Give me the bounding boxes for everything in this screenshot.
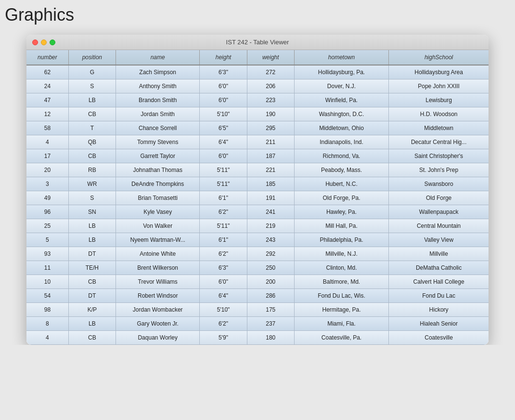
cell-position: S — [68, 191, 116, 205]
table-row: 3WRDeAndre Thompkins5'11"185Hubert, N.C.… — [26, 177, 489, 191]
cell-weight: 292 — [247, 247, 294, 261]
cell-height: 5'11" — [200, 163, 247, 177]
table-row: 20RBJohnathan Thomas5'11"221Peabody, Mas… — [26, 163, 489, 177]
table-row: 8LBGary Wooten Jr.6'2"237Miami, Fla.Hial… — [26, 317, 489, 331]
table-body: 62GZach Simpson6'3"272Hollidaysburg, Pa.… — [26, 65, 489, 345]
table-row: 5LBNyeem Wartman-W...6'1"243Philadelphia… — [26, 233, 489, 247]
cell-highSchool: Middletown — [389, 121, 489, 135]
cell-number: 98 — [26, 303, 68, 317]
cell-number: 24 — [26, 79, 68, 93]
cell-hometown: Baltimore, Md. — [294, 275, 388, 289]
cell-height: 6'2" — [200, 205, 247, 219]
cell-highSchool: Calvert Hall College — [389, 275, 489, 289]
table-container[interactable]: number position name height weight homet… — [26, 50, 489, 345]
cell-name: Tommy Stevens — [116, 135, 200, 149]
cell-height: 6'4" — [200, 289, 247, 303]
cell-position: DT — [68, 247, 116, 261]
cell-weight: 237 — [247, 317, 294, 331]
cell-height: 6'2" — [200, 317, 247, 331]
cell-highSchool: DeMatha Catholic — [389, 261, 489, 275]
cell-weight: 219 — [247, 219, 294, 233]
cell-weight: 180 — [247, 331, 294, 345]
cell-position: DT — [68, 289, 116, 303]
cell-hometown: Fond Du Lac, Wis. — [294, 289, 388, 303]
header-highschool: highSchool — [389, 50, 489, 65]
cell-name: DeAndre Thompkins — [116, 177, 200, 191]
cell-position: RB — [68, 163, 116, 177]
cell-weight: 206 — [247, 79, 294, 93]
cell-number: 10 — [26, 275, 68, 289]
cell-weight: 211 — [247, 135, 294, 149]
cell-name: Robert Windsor — [116, 289, 200, 303]
table-row: 58TChance Sorrell6'5"295Middletown, Ohio… — [26, 121, 489, 135]
cell-hometown: Coatesville, Pa. — [294, 331, 388, 345]
cell-height: 6'1" — [200, 233, 247, 247]
cell-hometown: Mill Hall, Pa. — [294, 219, 388, 233]
table-row: 93DTAntoine White6'2"292Millville, N.J.M… — [26, 247, 489, 261]
cell-position: TE/H — [68, 261, 116, 275]
table-row: 4QBTommy Stevens6'4"211Indianapolis, Ind… — [26, 135, 489, 149]
maximize-button[interactable] — [50, 39, 55, 45]
cell-position: CB — [68, 149, 116, 163]
table-header-row: number position name height weight homet… — [26, 50, 489, 65]
minimize-button[interactable] — [41, 39, 47, 45]
cell-highSchool: Wallenpaupack — [389, 205, 489, 219]
cell-number: 49 — [26, 191, 68, 205]
cell-highSchool: Hickory — [389, 303, 489, 317]
cell-weight: 295 — [247, 121, 294, 135]
cell-name: Brent Wilkerson — [116, 261, 200, 275]
cell-highSchool: St. John's Prep — [389, 163, 489, 177]
cell-weight: 190 — [247, 107, 294, 121]
header-hometown: hometown — [294, 50, 388, 65]
cell-hometown: Hubert, N.C. — [294, 177, 388, 191]
cell-position: LB — [68, 93, 116, 107]
table-row: 11TE/HBrent Wilkerson6'3"250Clinton, Md.… — [26, 261, 489, 275]
cell-highSchool: Decatur Central Hig... — [389, 135, 489, 149]
cell-name: Johnathan Thomas — [116, 163, 200, 177]
cell-number: 20 — [26, 163, 68, 177]
cell-highSchool: Valley View — [389, 233, 489, 247]
cell-height: 6'4" — [200, 135, 247, 149]
cell-height: 5'10" — [200, 107, 247, 121]
cell-weight: 223 — [247, 93, 294, 107]
data-table: number position name height weight homet… — [26, 50, 489, 345]
cell-number: 8 — [26, 317, 68, 331]
traffic-lights — [32, 39, 55, 45]
cell-name: Kyle Vasey — [116, 205, 200, 219]
cell-hometown: Philadelphia, Pa. — [294, 233, 388, 247]
table-row: 62GZach Simpson6'3"272Hollidaysburg, Pa.… — [26, 65, 489, 79]
cell-hometown: Hermitage, Pa. — [294, 303, 388, 317]
cell-hometown: Millville, N.J. — [294, 247, 388, 261]
cell-position: SN — [68, 205, 116, 219]
cell-height: 6'3" — [200, 65, 247, 79]
application-window: IST 242 - Table Viewer number position n… — [26, 35, 489, 345]
table-row: 54DTRobert Windsor6'4"286Fond Du Lac, Wi… — [26, 289, 489, 303]
cell-name: Jordan Wombacker — [116, 303, 200, 317]
close-button[interactable] — [32, 39, 38, 45]
cell-number: 5 — [26, 233, 68, 247]
cell-name: Gary Wooten Jr. — [116, 317, 200, 331]
header-number: number — [26, 50, 68, 65]
cell-name: Zach Simpson — [116, 65, 200, 79]
cell-name: Von Walker — [116, 219, 200, 233]
cell-weight: 185 — [247, 177, 294, 191]
cell-hometown: Middletown, Ohio — [294, 121, 388, 135]
cell-highSchool: Old Forge — [389, 191, 489, 205]
cell-name: Anthony Smith — [116, 79, 200, 93]
cell-height: 6'3" — [200, 261, 247, 275]
cell-height: 6'5" — [200, 121, 247, 135]
cell-weight: 286 — [247, 289, 294, 303]
cell-position: LB — [68, 317, 116, 331]
cell-height: 5'10" — [200, 303, 247, 317]
cell-name: Daquan Worley — [116, 331, 200, 345]
cell-hometown: Peabody, Mass. — [294, 163, 388, 177]
cell-height: 6'0" — [200, 149, 247, 163]
header-name: name — [116, 50, 200, 65]
cell-highSchool: Saint Christopher's — [389, 149, 489, 163]
header-height: height — [200, 50, 247, 65]
cell-height: 6'0" — [200, 79, 247, 93]
cell-number: 12 — [26, 107, 68, 121]
cell-hometown: Washington, D.C. — [294, 107, 388, 121]
table-row: 17CBGarrett Taylor6'0"187Richmond, Va.Sa… — [26, 149, 489, 163]
cell-name: Trevor Williams — [116, 275, 200, 289]
